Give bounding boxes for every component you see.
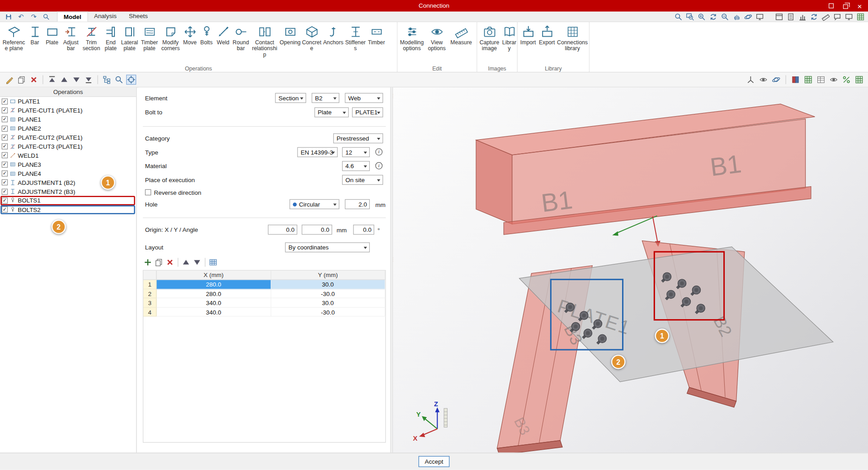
report-icon[interactable] — [787, 13, 795, 21]
window-options-icon[interactable] — [824, 0, 838, 12]
ribbon-button-bar[interactable]: Bar — [27, 23, 43, 46]
tab-model[interactable]: Model — [57, 12, 88, 22]
checkbox-checked-icon[interactable] — [2, 197, 8, 203]
cell-x[interactable]: 280.0 — [157, 280, 271, 289]
refresh-view-icon[interactable] — [709, 13, 717, 21]
material-info-icon[interactable] — [375, 162, 382, 169]
ribbon-button-contact-relationship[interactable]: Contact relationship — [250, 23, 279, 58]
ribbon-button-modelling-options[interactable]: Modelling options — [399, 23, 425, 52]
group-icon[interactable] — [103, 75, 112, 85]
edit-icon[interactable] — [5, 75, 14, 85]
tree-item-bolts1[interactable]: BOLTS1 — [0, 196, 136, 205]
table-row[interactable]: 4 340.0 -30.0 — [143, 307, 385, 316]
checkbox-checked-icon[interactable] — [2, 125, 8, 131]
beam-b1[interactable] — [476, 104, 815, 235]
ribbon-button-plate[interactable]: Plate — [43, 23, 61, 46]
search-icon[interactable] — [114, 75, 123, 85]
cell-y[interactable]: 30.0 — [271, 298, 385, 307]
ribbon-button-modify-corners[interactable]: Modify corners — [160, 23, 182, 52]
layout-select[interactable]: By coordinates — [285, 242, 370, 252]
tree-item-plate1[interactable]: PLATE1 — [0, 97, 136, 106]
ribbon-button-capture-image[interactable]: Capture image — [478, 23, 500, 52]
tree-item-plate-cut2[interactable]: PLATE-CUT2 (PLATE1) — [0, 133, 136, 142]
origin-y-input[interactable]: 0.0 — [302, 225, 332, 235]
ribbon-button-trim-section[interactable]: Trim section — [81, 23, 102, 52]
move-down-icon[interactable] — [193, 258, 202, 267]
results-icon[interactable] — [842, 75, 851, 85]
table-row[interactable]: 3 340.0 30.0 — [143, 298, 385, 307]
accept-button[interactable]: Accept — [419, 456, 450, 467]
ribbon-button-bolts[interactable]: Bolts — [198, 23, 215, 46]
titlebar[interactable]: Connection × — [0, 0, 868, 12]
category-select[interactable]: Prestressed — [333, 133, 383, 143]
cell-y[interactable]: -30.0 — [271, 289, 385, 298]
ribbon-button-reference-plane[interactable]: Reference plane — [1, 23, 26, 52]
ribbon-button-connections-library[interactable]: Connections library — [557, 23, 589, 52]
cell-x[interactable]: 280.0 — [157, 289, 271, 298]
redo-icon[interactable]: ↷ — [30, 13, 38, 20]
move-up-icon[interactable] — [60, 75, 69, 85]
type-standard-select[interactable]: EN 14399-3 — [297, 147, 338, 157]
zoom-in-icon[interactable] — [698, 13, 706, 21]
tab-sheets[interactable]: Sheets — [123, 12, 154, 22]
checkbox-checked-icon[interactable] — [2, 161, 8, 167]
comment-icon[interactable] — [833, 13, 841, 21]
delete-icon[interactable] — [165, 258, 175, 267]
orbit-view-icon[interactable] — [744, 13, 752, 21]
ribbon-button-timber[interactable]: Timber — [367, 23, 387, 46]
material-select[interactable]: 4.6 — [342, 161, 370, 171]
checkbox-checked-icon[interactable] — [2, 99, 8, 104]
element-kind-select[interactable]: Section — [275, 93, 307, 103]
tree-item-adjustment1[interactable]: ADJUSTMENT1 (B2) — [0, 178, 136, 187]
viewport-3d[interactable]: B1 B1 — [393, 87, 868, 452]
window-close-icon[interactable]: × — [853, 0, 867, 12]
copy-icon[interactable] — [17, 75, 26, 85]
zoom-window-icon[interactable] — [686, 13, 694, 21]
move-bottom-icon[interactable] — [84, 75, 93, 85]
tab-analysis[interactable]: Analysis — [88, 12, 123, 22]
ribbon-button-opening[interactable]: Opening — [279, 23, 301, 46]
checkbox-checked-icon[interactable] — [2, 207, 8, 212]
cell-x[interactable]: 340.0 — [157, 298, 271, 307]
ribbon-button-import[interactable]: Import — [519, 23, 538, 46]
search-icon[interactable] — [42, 13, 50, 20]
undo-icon[interactable]: ↶ — [17, 13, 25, 20]
mesh-icon[interactable] — [804, 75, 813, 85]
ribbon-button-export[interactable]: Export — [538, 23, 557, 46]
cell-y[interactable]: -30.0 — [271, 307, 385, 316]
bolt-to-target-select[interactable]: PLATE1 — [352, 108, 383, 118]
ribbon-button-view-options[interactable]: View options — [425, 23, 448, 52]
settings-grid-icon[interactable] — [855, 75, 864, 85]
checkbox-checked-icon[interactable] — [2, 152, 8, 158]
origin-angle-input[interactable]: 0.0 — [353, 225, 374, 235]
ribbon-button-round-bar[interactable]: Round bar — [231, 23, 250, 52]
table-row[interactable]: 2 280.0 -30.0 — [143, 289, 385, 298]
window-restore-icon[interactable] — [838, 0, 853, 12]
copy-icon[interactable] — [155, 258, 164, 267]
sync-icon[interactable] — [810, 13, 818, 21]
checkbox-checked-icon[interactable] — [2, 143, 8, 149]
ribbon-button-move[interactable]: Move — [182, 23, 198, 46]
tree-item-plate-cut3[interactable]: PLATE-CUT3 (PLATE1) — [0, 142, 136, 151]
table-icon[interactable] — [816, 75, 826, 85]
ribbon-button-stiffeners[interactable]: Stiffeners — [344, 23, 367, 52]
checkbox-checked-icon[interactable] — [2, 188, 8, 194]
type-size-select[interactable]: 12 — [342, 147, 370, 157]
tree-item-weld1[interactable]: WELD1 — [0, 151, 136, 160]
add-icon[interactable] — [143, 258, 152, 267]
visibility-icon[interactable] — [829, 75, 838, 85]
layout-icon[interactable] — [775, 13, 783, 21]
settings-grid-icon[interactable] — [856, 13, 864, 21]
fit-screen-icon[interactable] — [755, 13, 764, 21]
ribbon-button-concrete[interactable]: Concrete — [301, 23, 322, 52]
hole-shape-select[interactable]: Circular — [289, 199, 339, 209]
checkbox-checked-icon[interactable] — [2, 170, 8, 176]
place-of-execution-select[interactable]: On site — [342, 175, 383, 185]
checkbox-checked-icon[interactable] — [2, 134, 8, 140]
reverse-direction-checkbox[interactable] — [145, 189, 151, 195]
ribbon-button-weld[interactable]: Weld — [215, 23, 231, 46]
hole-clearance-input[interactable]: 2.0 — [345, 199, 370, 209]
move-down-icon[interactable] — [72, 75, 81, 85]
table-row[interactable]: 1 280.0 30.0 — [143, 280, 385, 289]
orbit-icon[interactable] — [772, 75, 781, 85]
